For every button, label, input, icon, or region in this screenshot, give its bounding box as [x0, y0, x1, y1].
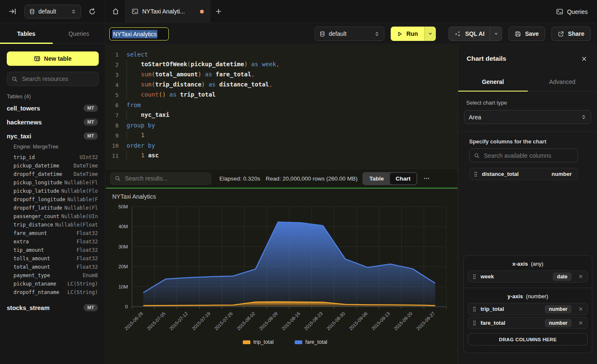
token: nyc_taxi — [141, 111, 169, 118]
line-code: 1 asc — [127, 151, 159, 160]
table-name: cell_towers — [7, 105, 84, 112]
save-button[interactable]: Save — [508, 27, 545, 41]
table-row[interactable]: cell_towersMT — [0, 101, 105, 115]
collapse-sidebar-icon[interactable] — [8, 6, 18, 16]
table-column-row: tip_amountFloat32 — [0, 246, 105, 254]
queries-button[interactable]: Queries — [554, 0, 590, 23]
drag-handle-icon[interactable] — [473, 274, 476, 280]
play-icon — [397, 31, 403, 37]
drag-columns-drop-zone[interactable]: DRAG COLUMNS HERE — [468, 333, 588, 345]
table-engine-badge: MT — [84, 304, 98, 311]
view-toggle-chart[interactable]: Chart — [390, 173, 416, 184]
search-icon — [115, 175, 121, 181]
token: trip_distance — [155, 81, 202, 88]
token: as — [205, 71, 212, 78]
chip-column-name: trip_total — [481, 306, 540, 312]
new-tab-plus-icon[interactable] — [210, 0, 227, 23]
svg-text:2015-08-02: 2015-08-02 — [236, 311, 256, 331]
remove-icon[interactable] — [578, 274, 583, 279]
legend-item-fare_total[interactable]: fare_total — [295, 339, 327, 345]
column-chip-fare_total[interactable]: fare_totalnumber — [468, 317, 588, 329]
token — [205, 81, 208, 88]
chip-column-type: number — [551, 171, 573, 177]
more-options-icon[interactable] — [421, 173, 432, 184]
panel-tab-advanced[interactable]: Advanced — [528, 73, 597, 91]
token: from — [127, 102, 141, 108]
editor-line: 4sum(trip_distance) as distance_total, — [106, 80, 458, 90]
refresh-icon[interactable] — [87, 6, 97, 16]
new-table-button[interactable]: New table — [7, 51, 99, 66]
svg-text:2015-09-06: 2015-09-06 — [348, 311, 368, 331]
drag-handle-icon[interactable] — [473, 306, 476, 312]
drag-handle-icon[interactable] — [474, 171, 478, 177]
query-toolbar: NYTaxi Analytics default Run — [106, 24, 597, 44]
column-type: DateTime — [73, 171, 98, 177]
table-row[interactable]: nyc_taxiMT — [0, 129, 105, 143]
svg-text:30M: 30M — [119, 244, 128, 249]
search-resources-input[interactable] — [21, 75, 94, 83]
column-type: Float32 — [76, 239, 98, 245]
view-toggle-table[interactable]: Table — [363, 173, 389, 184]
table-row[interactable]: hackernewsMT — [0, 115, 105, 129]
run-options-chevron[interactable] — [424, 27, 436, 41]
table-column-row: pickup_longitudeNullable(Fl — [0, 178, 105, 187]
column-name: dropoff_latitude — [14, 205, 62, 211]
table-engine-badge: MT — [84, 132, 98, 140]
column-chip-trip_total[interactable]: trip_totalnumber — [468, 303, 588, 315]
read-rows-stat: Read: 20,000,000 rows (260.00 MB) — [266, 175, 358, 182]
sql-editor[interactable]: 1select2toStartOfWeek(pickup_datetime) a… — [106, 45, 458, 169]
svg-text:2015-09-13: 2015-09-13 — [370, 311, 391, 331]
remove-icon[interactable] — [578, 307, 583, 311]
column-chip-week[interactable]: weekdate — [468, 270, 588, 283]
database-selector-value: default — [38, 8, 68, 15]
sql-ai-button[interactable]: SQL AI — [448, 27, 502, 41]
tab-nytaxi-analytics[interactable]: NYTaxi Analyti... — [126, 0, 210, 23]
legend-item-trip_total[interactable]: trip_total — [243, 339, 274, 345]
indent-guide — [127, 131, 141, 140]
share-button[interactable]: Share — [551, 27, 591, 41]
column-name: passenger_count — [14, 213, 59, 219]
svg-text:2015-09-27: 2015-09-27 — [416, 311, 436, 331]
run-button[interactable]: Run — [391, 27, 436, 41]
query-title-input[interactable]: NYTaxi Analytics — [109, 27, 169, 40]
column-chip-distance_total[interactable]: distance_totalnumber — [469, 168, 578, 180]
svg-text:fare_total: fare_total — [305, 339, 327, 345]
sidebar-tab-queries[interactable]: Queries — [53, 24, 105, 43]
search-columns-input[interactable] — [483, 152, 573, 159]
close-icon[interactable] — [579, 54, 589, 63]
column-type: UInt32 — [80, 154, 98, 160]
line-code: group by — [127, 122, 155, 129]
table-engine-badge: MT — [84, 119, 98, 126]
line-number: 2 — [106, 62, 119, 68]
chart-details-panel: Chart details GeneralAdvanced Select cha… — [458, 45, 597, 364]
token: asc — [148, 152, 159, 159]
sparkles-icon — [454, 30, 461, 37]
console-icon — [132, 8, 138, 15]
sql-ai-chevron[interactable] — [490, 27, 502, 40]
search-results-input[interactable] — [124, 175, 207, 182]
chip-column-name: fare_total — [481, 320, 540, 326]
column-name: pickup_latitude — [14, 188, 59, 194]
panel-tab-general[interactable]: General — [458, 73, 528, 91]
svg-text:2015-07-19: 2015-07-19 — [191, 311, 211, 331]
results-area-chart: 010M20M30M40M50M2015-06-282015-07-052015… — [106, 189, 458, 364]
token — [212, 71, 216, 78]
home-icon[interactable] — [105, 0, 126, 23]
column-name: pickup_datetime — [14, 163, 59, 169]
table-row[interactable]: stocks_streamMT — [0, 301, 105, 315]
token: 1 — [141, 132, 144, 138]
table-columns-list: trip_idUInt32pickup_datetimeDateTimedrop… — [0, 151, 105, 301]
line-code: order by — [127, 142, 155, 149]
chart-type-select[interactable]: Area — [464, 110, 591, 124]
column-type: LC(String) — [68, 281, 98, 287]
elapsed-stat: Elapsed: 0.320s — [219, 175, 260, 182]
sidebar-tab-tables[interactable]: Tables — [0, 24, 53, 43]
remove-icon[interactable] — [578, 321, 583, 325]
panel-title: Chart details — [467, 55, 579, 62]
database-selector[interactable]: default — [24, 5, 81, 19]
column-type: Nullable(Fl — [65, 205, 98, 211]
drag-handle-icon[interactable] — [473, 320, 476, 326]
database-selector[interactable]: default — [315, 27, 384, 41]
token: trip_total — [180, 91, 216, 98]
indent-guide — [127, 60, 141, 69]
